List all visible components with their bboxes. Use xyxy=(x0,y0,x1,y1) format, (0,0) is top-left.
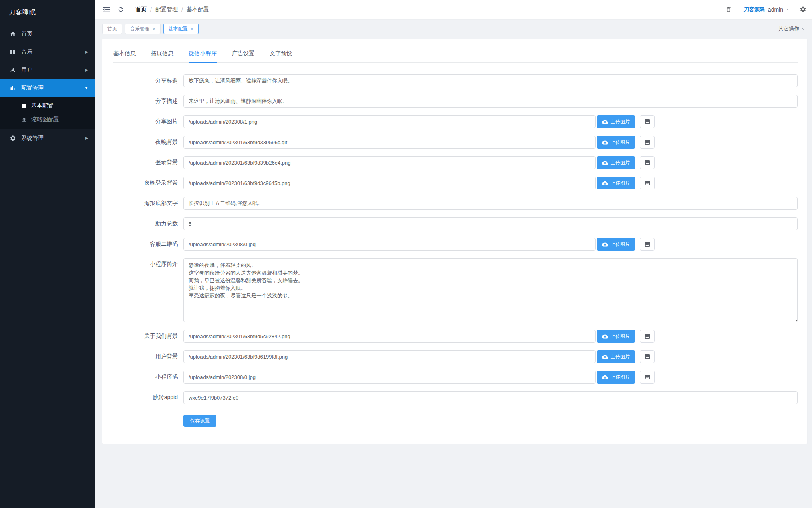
grid-icon xyxy=(9,48,16,55)
settings-card: 基本信息 拓展信息 微信小程序 广告设置 文字预设 分享标题 分享描述 xyxy=(102,39,807,444)
night-background-input[interactable] xyxy=(183,136,596,149)
form-actions: 保存设置 xyxy=(183,415,798,427)
image-icon xyxy=(644,118,651,125)
night-login-background-input[interactable] xyxy=(183,177,596,189)
sidebar-item-system[interactable]: 系统管理 ▶ xyxy=(0,129,95,147)
avatar-logo[interactable]: 刀客源码 xyxy=(744,7,765,12)
form-row: 助力总数 xyxy=(113,217,798,230)
close-icon[interactable]: × xyxy=(191,26,194,32)
boost-total-input[interactable] xyxy=(183,217,798,230)
tab-chip-home[interactable]: 首页 xyxy=(102,24,122,34)
tab-chip-basic-config[interactable]: 基本配置 × xyxy=(163,24,199,34)
tab-chip-label: 首页 xyxy=(107,26,117,32)
sidebar-item-music[interactable]: 音乐 ▶ xyxy=(0,43,95,61)
cloud-upload-icon xyxy=(602,160,608,166)
sidebar-item-config[interactable]: 配置管理 ▼ xyxy=(0,79,95,97)
field-label: 海报底部文字 xyxy=(113,200,178,207)
preview-image-button[interactable] xyxy=(640,136,655,149)
caret-right-icon: ▶ xyxy=(85,50,88,54)
miniprogram-code-input[interactable] xyxy=(183,371,596,384)
share-image-input[interactable] xyxy=(183,115,596,128)
topbar-right: 刀客源码 admin xyxy=(725,6,806,13)
tab-basic-info[interactable]: 基本信息 xyxy=(113,50,136,62)
share-title-input[interactable] xyxy=(183,74,798,87)
tab-wechat-miniprogram[interactable]: 微信小程序 xyxy=(189,50,217,62)
upload-image-button[interactable]: 上传图片 xyxy=(597,136,635,149)
service-qrcode-input[interactable] xyxy=(183,238,596,251)
settings-gear-icon[interactable] xyxy=(800,6,806,13)
upload-image-button[interactable]: 上传图片 xyxy=(597,371,635,384)
redirect-appid-input[interactable] xyxy=(183,391,798,404)
preview-image-button[interactable] xyxy=(640,238,655,251)
upload-image-button[interactable]: 上传图片 xyxy=(597,115,635,128)
form-row: 客服二维码 上传图片 xyxy=(113,238,798,251)
form-row: 小程序码 上传图片 xyxy=(113,371,798,384)
field-label: 客服二维码 xyxy=(113,241,178,248)
sidebar-subitem-thumbnail-config[interactable]: 缩略图配置 xyxy=(0,113,95,126)
brand-title: 刀客睡眠 xyxy=(0,0,95,25)
content-area: 基本信息 拓展信息 微信小程序 广告设置 文字预设 分享标题 分享描述 xyxy=(95,39,812,508)
form-row: 夜晚登录背景 上传图片 xyxy=(113,177,798,189)
breadcrumb-home[interactable]: 首页 xyxy=(135,6,147,13)
breadcrumb-config[interactable]: 配置管理 xyxy=(155,6,178,13)
sidebar-subitem-basic-config[interactable]: 基本配置 xyxy=(0,99,95,113)
image-icon xyxy=(644,374,651,380)
form-row: 分享描述 xyxy=(113,95,798,108)
breadcrumb-basic[interactable]: 基本配置 xyxy=(187,6,209,13)
sidebar-item-label: 用户 xyxy=(21,66,85,74)
username: admin xyxy=(768,6,783,13)
preview-image-button[interactable] xyxy=(640,115,655,128)
trash-icon[interactable] xyxy=(725,6,732,13)
sidebar-item-user[interactable]: 用户 ▶ xyxy=(0,61,95,79)
sidebar-item-home[interactable]: 首页 xyxy=(0,25,95,43)
sidebar-item-label: 首页 xyxy=(21,30,88,38)
preview-image-button[interactable] xyxy=(640,330,655,343)
breadcrumb: 首页 / 配置管理 / 基本配置 xyxy=(135,6,209,13)
tab-extended-info[interactable]: 拓展信息 xyxy=(151,50,173,62)
grid-icon xyxy=(21,103,27,109)
login-background-input[interactable] xyxy=(183,156,596,169)
upload-image-button[interactable]: 上传图片 xyxy=(597,350,635,363)
cloud-upload-icon xyxy=(602,333,608,339)
more-operations-dropdown[interactable]: 其它操作 xyxy=(778,25,806,32)
preview-image-button[interactable] xyxy=(640,350,655,363)
upload-button-label: 上传图片 xyxy=(611,159,630,166)
upload-button-label: 上传图片 xyxy=(611,180,630,187)
close-icon[interactable]: × xyxy=(152,26,155,32)
preview-image-button[interactable] xyxy=(640,371,655,384)
breadcrumb-separator: / xyxy=(181,6,183,13)
field-label: 分享图片 xyxy=(113,118,178,125)
tab-text-presets[interactable]: 文字预设 xyxy=(270,50,292,62)
image-icon xyxy=(644,241,651,247)
field-label: 跳转appid xyxy=(113,394,178,401)
poster-bottom-text-input[interactable] xyxy=(183,197,798,210)
user-menu[interactable]: admin xyxy=(768,6,789,13)
image-icon xyxy=(644,353,651,360)
save-settings-button[interactable]: 保存设置 xyxy=(183,415,216,427)
miniprogram-intro-textarea[interactable]: 静谧的夜晚，伴着轻柔的风。 这空灵的夜给劳累的人送去饱含温馨和甜美的梦。 而我，… xyxy=(183,258,798,322)
collapse-sidebar-icon[interactable] xyxy=(103,6,110,13)
field-label: 用户背景 xyxy=(113,353,178,360)
upload-image-button[interactable]: 上传图片 xyxy=(597,238,635,251)
upload-image-button[interactable]: 上传图片 xyxy=(597,330,635,343)
upload-image-button[interactable]: 上传图片 xyxy=(597,156,635,169)
preview-image-button[interactable] xyxy=(640,156,655,169)
field-label: 分享描述 xyxy=(113,98,178,105)
share-description-input[interactable] xyxy=(183,95,798,108)
sidebar-item-label: 音乐 xyxy=(21,48,85,56)
user-background-input[interactable] xyxy=(183,350,596,363)
refresh-icon[interactable] xyxy=(117,6,124,13)
tab-ad-settings[interactable]: 广告设置 xyxy=(232,50,254,62)
upload-button-label: 上传图片 xyxy=(611,139,630,146)
form-row: 跳转appid xyxy=(113,391,798,404)
tab-chip-music[interactable]: 音乐管理 × xyxy=(125,24,161,34)
cloud-upload-icon xyxy=(602,354,608,360)
cloud-upload-icon xyxy=(602,119,608,125)
sidebar-subitem-label: 基本配置 xyxy=(31,102,54,110)
upload-image-button[interactable]: 上传图片 xyxy=(597,177,635,189)
about-us-background-input[interactable] xyxy=(183,330,596,343)
upload-button-label: 上传图片 xyxy=(611,118,630,125)
preview-image-button[interactable] xyxy=(640,177,655,189)
sidebar-item-label: 配置管理 xyxy=(21,84,85,92)
tab-chip-label: 音乐管理 xyxy=(130,26,149,32)
